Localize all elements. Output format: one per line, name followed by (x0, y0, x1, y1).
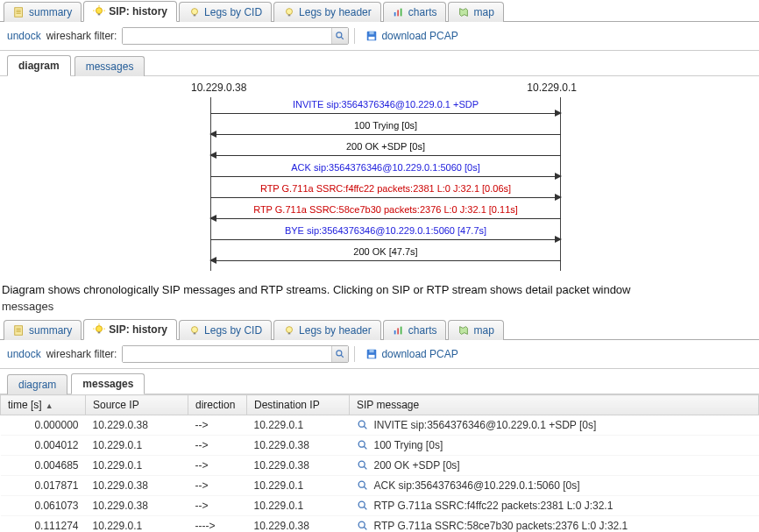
tab-charts[interactable]: charts (383, 2, 447, 22)
subtab-messages[interactable]: messages (74, 56, 145, 76)
sip-message-text: INVITE sip:3564376346@10.229.0.1 +SDP [0… (374, 419, 597, 431)
seq-message-label: ACK sip:3564376346@10.229.0.1:5060 [0s] (210, 162, 561, 173)
bulb-icon (188, 6, 201, 18)
tab-summary[interactable]: summary (4, 320, 82, 340)
toolbar: undock wireshark filter: download PCAP (0, 22, 759, 51)
tab-label: SIP: history (109, 323, 167, 336)
magnifier-icon[interactable] (357, 439, 369, 451)
cell-time: 0.111274 (1, 516, 86, 533)
cell-dest-ip: 10.229.0.1 (247, 476, 350, 496)
tab-map[interactable]: map (448, 2, 503, 22)
cell-time: 0.061073 (1, 496, 86, 516)
cell-time: 0.000000 (1, 415, 86, 436)
table-row[interactable]: 0.01787110.229.0.38-->10.229.0.1ACK sip:… (1, 476, 759, 496)
tab-summary[interactable]: summary (4, 2, 82, 22)
col-source-ip[interactable]: Source IP (86, 395, 188, 415)
cell-direction: --> (188, 456, 247, 476)
cell-sip-message: 200 OK +SDP [0s] (350, 456, 759, 476)
bulb-on-icon (93, 5, 105, 18)
cell-sip-message: 100 Trying [0s] (350, 436, 759, 456)
download-label: download PCAP (381, 348, 458, 360)
cell-sip-message: ACK sip:3564376346@10.229.0.1:5060 [0s] (350, 476, 759, 496)
table-row[interactable]: 0.11127410.229.0.1---->10.229.0.38RTP G.… (1, 516, 759, 533)
subtab-diagram[interactable]: diagram (7, 55, 71, 76)
filter-input[interactable] (123, 28, 331, 44)
magnifier-icon[interactable] (357, 479, 369, 492)
magnifier-icon[interactable] (357, 459, 369, 472)
undock-link[interactable]: undock (7, 30, 41, 42)
col-sip-message[interactable]: SIP message (350, 395, 759, 415)
tab-label: summary (29, 324, 72, 337)
tab-legs-header[interactable]: Legs by header (273, 2, 381, 22)
col-dest-ip[interactable]: Destination IP (247, 395, 350, 415)
filter-box (122, 27, 349, 45)
doc-icon (13, 6, 25, 18)
filter-label: wireshark filter: (46, 30, 117, 42)
download-pcap-button[interactable]: download PCAP (365, 348, 458, 360)
messages-table: time [s]▲ Source IP direction Destinatio… (0, 394, 759, 532)
bulb-icon (188, 324, 201, 337)
seq-arrow (210, 239, 561, 240)
seq-message[interactable]: INVITE sip:3564376346@10.229.0.1 +SDP (25, 99, 734, 120)
tab-label: Legs by CID (204, 324, 262, 337)
seq-message[interactable]: 200 OK [47.7s] (25, 246, 734, 267)
cell-source-ip: 10.229.0.1 (86, 456, 188, 476)
arrow-right-icon (555, 194, 562, 201)
tab-legs-cid[interactable]: Legs by CID (179, 2, 272, 22)
map-icon (458, 324, 470, 337)
tab-sip-history[interactable]: SIP: history (83, 319, 177, 340)
tab-legs-cid[interactable]: Legs by CID (179, 320, 272, 340)
filter-search-button[interactable] (331, 346, 348, 362)
search-icon (335, 31, 345, 41)
tab-label: Legs by header (299, 6, 372, 18)
undock-link[interactable]: undock (7, 348, 41, 360)
seq-message[interactable]: 200 OK +SDP [0s] (25, 141, 734, 162)
table-row[interactable]: 0.00468510.229.0.1-->10.229.0.38200 OK +… (1, 456, 759, 476)
separator (354, 346, 355, 362)
col-direction[interactable]: direction (188, 395, 247, 415)
subtab-messages[interactable]: messages (71, 373, 145, 394)
tab-label: summary (29, 6, 72, 18)
table-row[interactable]: 0.00000010.229.0.38-->10.229.0.1INVITE s… (1, 415, 759, 436)
table-row[interactable]: 0.06107310.229.0.38-->10.229.0.1RTP G.71… (1, 496, 759, 516)
seq-arrow (210, 155, 561, 156)
seq-arrow (210, 197, 561, 198)
arrow-left-icon (209, 131, 216, 138)
bulb-icon (283, 6, 295, 18)
tab-legs-header[interactable]: Legs by header (273, 320, 381, 340)
cell-direction: --> (188, 415, 247, 436)
col-time[interactable]: time [s]▲ (1, 395, 86, 415)
cell-dest-ip: 10.229.0.38 (247, 436, 350, 456)
bulb-on-icon (93, 323, 105, 336)
seq-message[interactable]: BYE sip:3564376346@10.229.0.1:5060 [47.7… (25, 225, 734, 246)
seq-message[interactable]: 100 Trying [0s] (25, 120, 734, 141)
sip-message-text: RTP G.711a SSRC:58ce7b30 packets:2376 L:… (374, 520, 628, 532)
tab-charts[interactable]: charts (383, 320, 447, 340)
table-row[interactable]: 0.00401210.229.0.1-->10.229.0.38100 Tryi… (1, 436, 759, 456)
subtab-diagram[interactable]: diagram (7, 374, 67, 394)
magnifier-icon[interactable] (357, 520, 369, 532)
download-pcap-button[interactable]: download PCAP (365, 30, 458, 42)
cell-source-ip: 10.229.0.1 (86, 436, 188, 456)
filter-search-button[interactable] (331, 28, 348, 44)
tab-label: charts (408, 324, 437, 337)
tab-map[interactable]: map (448, 320, 503, 340)
arrow-left-icon (209, 215, 216, 222)
cell-direction: --> (188, 436, 247, 456)
seq-message[interactable]: RTP G.711a SSRC:f4ffc22 packets:2381 L:0… (25, 183, 734, 204)
arrow-left-icon (209, 257, 216, 264)
cell-source-ip: 10.229.0.38 (86, 415, 188, 436)
seq-message-label: 200 OK +SDP [0s] (210, 141, 561, 152)
seq-message[interactable]: ACK sip:3564376346@10.229.0.1:5060 [0s] (25, 162, 734, 183)
filter-input[interactable] (123, 346, 331, 362)
magnifier-icon[interactable] (357, 500, 369, 512)
cell-source-ip: 10.229.0.1 (86, 516, 188, 533)
seq-message[interactable]: RTP G.711a SSRC:58ce7b30 packets:2376 L:… (25, 204, 734, 225)
search-icon (335, 349, 345, 359)
tab-label: Legs by header (299, 324, 372, 337)
magnifier-icon[interactable] (357, 419, 369, 431)
chart-icon (393, 324, 405, 337)
tab-sip-history[interactable]: SIP: history (83, 1, 177, 22)
seq-arrow (210, 134, 561, 135)
tab-label: map (473, 6, 493, 18)
